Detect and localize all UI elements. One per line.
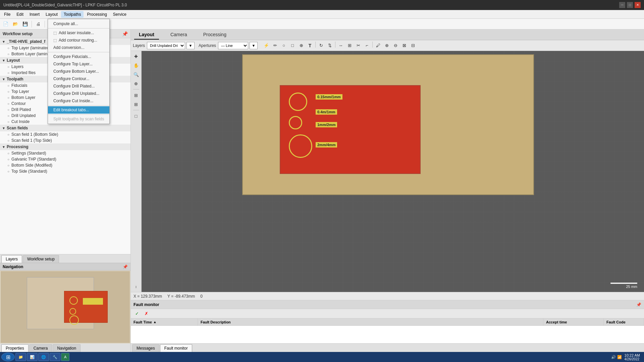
tree-settings-standard[interactable]: ○ Settings (Standard) — [0, 150, 130, 156]
layers-dropdown-btn[interactable]: ▼ — [186, 42, 195, 49]
text-btn[interactable]: T — [306, 42, 314, 50]
nav-canvas[interactable] — [0, 270, 130, 344]
tab-messages[interactable]: Messages — [132, 344, 159, 352]
fault-col-time: Fault Time ▲ — [131, 318, 198, 325]
menu-insert[interactable]: Insert — [27, 11, 42, 18]
arrow-icon: ▼ — [2, 40, 5, 44]
nav-pcb-red — [64, 291, 108, 323]
print-button[interactable]: 🖨 — [34, 20, 43, 28]
toolbar-sep-2 — [45, 21, 45, 27]
menu-configure-top-layer[interactable]: Configure Top Layer... — [48, 60, 109, 68]
tree-scan-field-top[interactable]: ○ Scan field 1 (Top Side) — [0, 137, 130, 143]
menu-configure-drill-unplated[interactable]: Configure Drill Unplated... — [48, 90, 109, 97]
taskbar-browser[interactable]: 🌐 — [38, 353, 49, 361]
taskbar-tools[interactable]: 🔧 — [50, 353, 60, 361]
menu-edit[interactable]: Edit — [14, 11, 26, 18]
menu-configure-drill-plated[interactable]: Configure Drill Plated... — [48, 82, 109, 90]
tree-item-label: Fiducials — [11, 83, 27, 88]
tree-scan-fields-header[interactable]: ▼ Scan fields — [0, 125, 130, 131]
minimize-button[interactable]: ─ — [619, 2, 625, 8]
contour-icon: ⬚ — [53, 38, 57, 43]
move-btn[interactable]: ↔ — [337, 42, 345, 50]
corner-btn[interactable]: ⌐ — [363, 42, 371, 50]
fault-accept-btn[interactable]: ✓ — [133, 310, 141, 318]
menu-add-contour-routing[interactable]: ⬚ Add contour routing... — [48, 37, 109, 44]
tree-galvanic-thp[interactable]: ○ Galvanic THP (Standard) — [0, 156, 130, 162]
tab-layout[interactable]: Layout — [134, 30, 159, 40]
taskbar-explorer[interactable]: 📁 — [15, 353, 26, 361]
nav-pin[interactable]: 📌 — [123, 264, 128, 269]
tab-camera[interactable]: Camera — [166, 30, 192, 40]
menu-service[interactable]: Service — [110, 11, 129, 18]
measure-btn[interactable]: ⊕ — [132, 79, 140, 87]
workflow-pin[interactable]: 📌 — [122, 31, 128, 37]
save-button[interactable]: 💾 — [21, 20, 30, 28]
menu-file[interactable]: File — [1, 11, 13, 18]
tree-bottom-side-modified[interactable]: ○ Bottom Side (Modified) — [0, 162, 130, 168]
tree-scan-field-bottom[interactable]: ○ Scan field 1 (Bottom Side) — [0, 131, 130, 137]
frame-btn[interactable]: □ — [132, 112, 140, 120]
canvas-area[interactable]: 0.15mm/1mm 0.4m/1mm 1mm/2mm 2mm/4mm 25 m… — [142, 51, 644, 292]
menu-add-laser-insulate[interactable]: ⬚ Add laser insulate... — [48, 29, 109, 37]
tree-item-label: Top Side (Standard) — [11, 169, 47, 174]
mirror-btn[interactable]: ⇅ — [326, 42, 334, 50]
lightning-btn[interactable]: ⚡ — [262, 42, 270, 50]
pencil-btn[interactable]: ✏ — [271, 42, 279, 50]
crop-btn[interactable]: ✂ — [354, 42, 362, 50]
menu-processing[interactable]: Processing — [84, 11, 109, 18]
zoom-tool-btn[interactable]: 🔍 — [132, 70, 140, 78]
sort-icon[interactable]: ▲ — [153, 320, 157, 324]
app-icon: A — [64, 355, 66, 359]
edit-btn[interactable]: 🖊 — [374, 42, 382, 50]
open-button[interactable]: 📂 — [11, 20, 20, 28]
zoom-out-btn[interactable]: ⊖ — [391, 42, 399, 50]
menu-configure-bottom-layer[interactable]: Configure Bottom Layer... — [48, 68, 109, 75]
pan-btn[interactable]: ✋ — [132, 61, 140, 69]
menu-configure-cut-inside[interactable]: Configure Cut Inside... — [48, 97, 109, 105]
close-button[interactable]: ✕ — [635, 2, 641, 8]
menu-layout[interactable]: Layout — [43, 11, 60, 18]
tab-camera[interactable]: Camera — [29, 344, 52, 352]
menu-configure-fiducials[interactable]: Configure Fiducials... — [48, 53, 109, 60]
zoom-region-btn[interactable]: ⊟ — [409, 42, 417, 50]
pcb-label-3: 1mm/2mm — [316, 122, 337, 127]
start-button[interactable]: ⊞ — [1, 353, 15, 361]
rect-btn[interactable]: □ — [288, 42, 297, 50]
menu-toolpaths[interactable]: Toolpaths — [61, 11, 84, 18]
vtool-sep-1 — [133, 89, 139, 89]
maximize-button[interactable]: □ — [627, 2, 633, 8]
fault-reject-btn[interactable]: ✗ — [142, 310, 150, 318]
tab-navigation[interactable]: Navigation — [53, 344, 80, 352]
menu-configure-contour[interactable]: Configure Contour... — [48, 75, 109, 82]
scale-btn[interactable]: ⊞ — [345, 42, 354, 50]
snap-btn[interactable]: ⊞ — [132, 100, 140, 108]
tab-workflow-setup[interactable]: Workflow setup — [23, 255, 59, 263]
ruler-btn[interactable]: ↕ — [132, 283, 140, 291]
rotate-btn[interactable]: ↻ — [317, 42, 325, 50]
tab-fault-monitor[interactable]: Fault monitor — [160, 344, 192, 352]
menu-edit-breakout-tabs[interactable]: Edit breakout tabs... — [48, 106, 109, 114]
layers-select[interactable]: Drill Unplated Dri — [147, 42, 185, 49]
grid-btn[interactable]: ⊞ — [132, 91, 140, 99]
tab-properties[interactable]: Properties — [1, 344, 29, 352]
fault-pin[interactable]: 📌 — [636, 302, 641, 307]
select-btn[interactable]: ✚ — [132, 52, 140, 60]
taskbar-task-manager[interactable]: 📊 — [27, 353, 38, 361]
apertures-select[interactable]: — Line — [218, 42, 248, 49]
arrow-icon: ▼ — [2, 145, 5, 149]
fit-btn[interactable]: ⊠ — [400, 42, 408, 50]
circle-btn[interactable]: ○ — [280, 42, 288, 50]
pcb-circle-2 — [289, 116, 302, 129]
taskbar-app[interactable]: A — [61, 353, 69, 361]
apertures-dropdown-btn[interactable]: ▼ — [250, 42, 258, 49]
menu-compute-all[interactable]: Compute all... — [48, 20, 109, 27]
zoom-in-btn[interactable]: ⊕ — [383, 42, 391, 50]
tab-processing[interactable]: Processing — [199, 30, 231, 40]
tree-top-side-standard[interactable]: ○ Top Side (Standard) — [0, 168, 130, 174]
fault-content — [131, 326, 644, 343]
target-btn[interactable]: ⊕ — [297, 42, 305, 50]
menu-add-conversion[interactable]: Add conversion... — [48, 44, 109, 51]
new-button[interactable]: 📄 — [1, 20, 10, 28]
tab-layers[interactable]: Layers — [1, 255, 22, 263]
tree-processing-header[interactable]: ▼ Processing — [0, 143, 130, 150]
